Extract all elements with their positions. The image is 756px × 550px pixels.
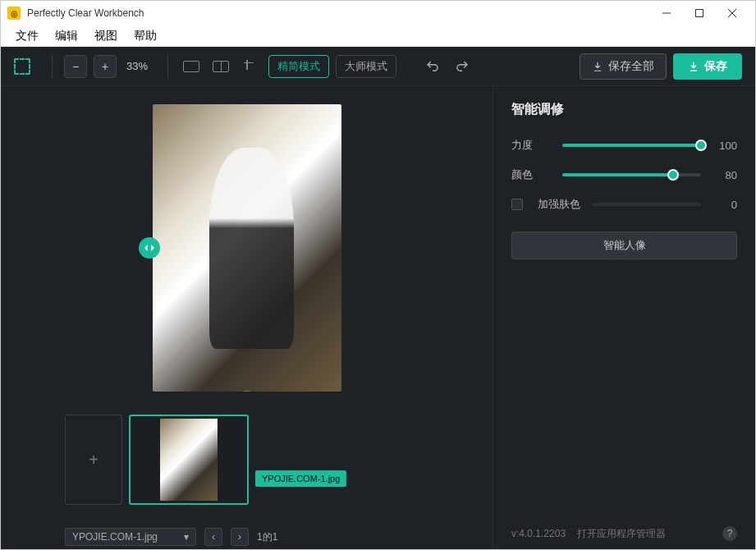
strength-slider-row: 力度 100 xyxy=(511,138,737,153)
skin-slider-row: 加强肤色 0 xyxy=(511,197,737,212)
download-icon xyxy=(592,61,603,72)
skin-slider[interactable] xyxy=(592,203,701,206)
zoom-in-button[interactable]: + xyxy=(94,55,117,78)
download-icon xyxy=(688,61,699,72)
divider xyxy=(52,55,53,78)
zoom-out-button[interactable]: − xyxy=(64,55,87,78)
close-button[interactable] xyxy=(716,2,749,25)
menu-file[interactable]: 文件 xyxy=(7,27,47,45)
redo-button[interactable] xyxy=(451,55,474,78)
crop-icon[interactable] xyxy=(239,55,262,78)
file-bar: YPOJIE.COM-1.jpg ▾ ‹ › 1的1 xyxy=(1,525,493,549)
color-label: 颜色 xyxy=(511,167,551,182)
menubar: 文件 编辑 视图 帮助 xyxy=(1,25,755,47)
skin-checkbox[interactable] xyxy=(511,199,523,210)
zoom-percent[interactable]: 33% xyxy=(126,60,148,72)
next-file-button[interactable]: › xyxy=(231,528,249,546)
image-viewport[interactable]: ▲ xyxy=(1,86,493,410)
thumbnail-filename-label: YPOJIE.COM-1.jpg xyxy=(255,470,346,487)
thumbnail-image xyxy=(160,419,218,501)
filmstrip: + YPOJIE.COM-1.jpg xyxy=(1,410,493,525)
panel-title: 智能调修 xyxy=(511,101,737,118)
color-value: 80 xyxy=(712,169,737,181)
skin-label: 加强肤色 xyxy=(538,197,580,212)
skin-value: 0 xyxy=(712,199,737,211)
version-label: v:4.0.1.2203 xyxy=(511,528,566,539)
file-dropdown[interactable]: YPOJIE.COM-1.jpg ▾ xyxy=(65,528,196,546)
view-single-icon[interactable] xyxy=(180,55,203,78)
adjustments-panel: 智能调修 力度 100 颜色 80 xyxy=(493,86,755,549)
menu-edit[interactable]: 编辑 xyxy=(47,27,86,45)
app-logo-icon: ◎ xyxy=(7,7,21,20)
chevron-down-icon: ▾ xyxy=(184,531,189,543)
strength-slider[interactable] xyxy=(562,144,701,147)
compare-slider-handle[interactable] xyxy=(139,237,160,259)
menu-view[interactable]: 视图 xyxy=(86,27,126,45)
prev-file-button[interactable]: ‹ xyxy=(204,528,222,546)
help-icon[interactable]: ? xyxy=(722,526,737,541)
save-button[interactable]: 保存 xyxy=(673,53,742,80)
minimize-button[interactable] xyxy=(650,2,683,25)
panel-footer: v:4.0.1.2203 打开应用程序管理器 ? xyxy=(511,526,737,541)
add-image-button[interactable]: + xyxy=(65,415,122,505)
titlebar: ◎ Perfectly Clear Workbench xyxy=(1,1,755,25)
brand-icon xyxy=(14,58,30,75)
strength-value: 100 xyxy=(712,140,737,152)
file-position-label: 1的1 xyxy=(257,530,277,544)
save-all-button[interactable]: 保存全部 xyxy=(580,53,667,80)
divider xyxy=(167,55,168,78)
app-manager-link[interactable]: 打开应用程序管理器 xyxy=(577,527,666,541)
svg-rect-1 xyxy=(696,10,703,17)
menu-help[interactable]: 帮助 xyxy=(126,27,165,45)
toolbar: − + 33% 精简模式 大师模式 保存全部 保存 xyxy=(1,47,755,86)
maximize-button[interactable] xyxy=(683,2,716,25)
view-split-icon[interactable] xyxy=(209,55,232,78)
mode-simple-button[interactable]: 精简模式 xyxy=(268,55,329,78)
smart-portrait-button[interactable]: 智能人像 xyxy=(511,231,737,259)
color-slider[interactable] xyxy=(562,173,701,176)
window-title: Perfectly Clear Workbench xyxy=(27,7,650,19)
strength-label: 力度 xyxy=(511,138,551,153)
undo-button[interactable] xyxy=(421,55,444,78)
indicator-triangle-icon: ▲ xyxy=(241,388,253,392)
mode-master-button[interactable]: 大师模式 xyxy=(336,55,396,78)
color-slider-row: 颜色 80 xyxy=(511,167,737,182)
thumbnail-selected[interactable] xyxy=(129,415,249,505)
preview-image: ▲ xyxy=(153,104,341,392)
